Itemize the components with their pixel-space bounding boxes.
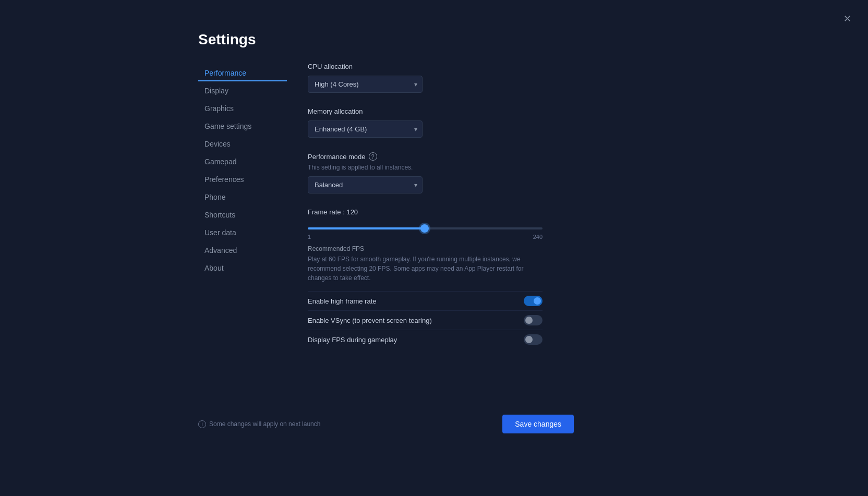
sidebar-item-gamepad[interactable]: Gamepad (198, 153, 287, 170)
sidebar-item-phone[interactable]: Phone (198, 189, 287, 205)
toggle-vsync-slider (524, 315, 542, 325)
toggle-label-display-fps: Display FPS during gameplay (308, 336, 397, 344)
memory-allocation-select-wrapper: Low (1 GB) Medium (2 GB) Enhanced (4 GB)… (308, 120, 423, 138)
sidebar: Performance Display Graphics Game settin… (198, 63, 287, 354)
performance-mode-section: Performance mode ? This setting is appli… (308, 152, 574, 193)
frame-rate-label: Frame rate : 120 (308, 208, 574, 216)
toggle-label-high-frame-rate: Enable high frame rate (308, 297, 377, 305)
sidebar-item-game-settings[interactable]: Game settings (198, 118, 287, 135)
performance-mode-hint: This setting is applied to all instances… (308, 164, 574, 171)
page-title: Settings (198, 31, 256, 48)
content-panel: CPU allocation Low (1 Core) Medium (2 Co… (287, 63, 574, 354)
cpu-allocation-label: CPU allocation (308, 63, 574, 70)
footer-note-text: Some changes will apply on next launch (209, 420, 320, 428)
sidebar-item-shortcuts[interactable]: Shortcuts (198, 207, 287, 223)
performance-mode-help-icon[interactable]: ? (369, 152, 377, 161)
footer-note-icon: i (198, 420, 206, 428)
performance-mode-label-row: Performance mode ? (308, 152, 574, 161)
performance-mode-select[interactable]: Power saving Balanced High performance (308, 176, 423, 193)
fps-info-text: Play at 60 FPS for smooth gameplay. If y… (308, 255, 542, 283)
toggle-display-fps-slider (524, 334, 542, 345)
toggle-vsync[interactable] (524, 315, 542, 325)
performance-mode-label: Performance mode (308, 153, 366, 161)
memory-allocation-select[interactable]: Low (1 GB) Medium (2 GB) Enhanced (4 GB)… (308, 120, 423, 138)
performance-mode-select-wrapper: Power saving Balanced High performance ▾ (308, 176, 423, 193)
sidebar-item-advanced[interactable]: Advanced (198, 242, 287, 259)
toggle-high-frame-rate[interactable] (524, 296, 542, 306)
sidebar-item-performance[interactable]: Performance (198, 65, 287, 81)
cpu-allocation-select[interactable]: Low (1 Core) Medium (2 Cores) High (4 Co… (308, 76, 423, 93)
toggle-label-vsync: Enable VSync (to prevent screen tearing) (308, 317, 432, 324)
sidebar-item-graphics[interactable]: Graphics (198, 100, 287, 117)
cpu-allocation-select-wrapper: Low (1 Core) Medium (2 Cores) High (4 Co… (308, 76, 423, 93)
footer-bar: i Some changes will apply on next launch… (198, 415, 574, 433)
toggle-row-display-fps: Display FPS during gameplay (308, 330, 542, 349)
settings-container: Performance Display Graphics Game settin… (198, 63, 574, 354)
footer-note: i Some changes will apply on next launch (198, 420, 320, 428)
cpu-allocation-section: CPU allocation Low (1 Core) Medium (2 Co… (308, 63, 574, 93)
frame-rate-slider[interactable] (308, 227, 542, 229)
save-changes-button[interactable]: Save changes (502, 415, 574, 433)
memory-allocation-label: Memory allocation (308, 107, 574, 115)
slider-max-label: 240 (533, 234, 542, 240)
frame-rate-section: Frame rate : 120 1 240 Recommended FPS P… (308, 208, 574, 349)
close-icon: ✕ (843, 13, 851, 25)
sidebar-item-devices[interactable]: Devices (198, 136, 287, 152)
fps-info: Recommended FPS Play at 60 FPS for smoot… (308, 245, 574, 283)
memory-allocation-section: Memory allocation Low (1 GB) Medium (2 G… (308, 107, 574, 138)
sidebar-item-display[interactable]: Display (198, 82, 287, 99)
toggle-row-high-frame-rate: Enable high frame rate (308, 291, 542, 310)
slider-range-labels: 1 240 (308, 234, 542, 240)
toggle-display-fps[interactable] (524, 334, 542, 345)
sidebar-item-about[interactable]: About (198, 260, 287, 276)
slider-min-label: 1 (308, 234, 311, 240)
frame-rate-slider-container: 1 240 (308, 222, 542, 240)
toggle-high-frame-rate-slider (524, 296, 542, 306)
fps-info-title: Recommended FPS (308, 245, 574, 252)
toggle-row-vsync: Enable VSync (to prevent screen tearing) (308, 310, 542, 330)
sidebar-item-user-data[interactable]: User data (198, 224, 287, 241)
close-button[interactable]: ✕ (839, 10, 855, 27)
sidebar-item-preferences[interactable]: Preferences (198, 171, 287, 188)
